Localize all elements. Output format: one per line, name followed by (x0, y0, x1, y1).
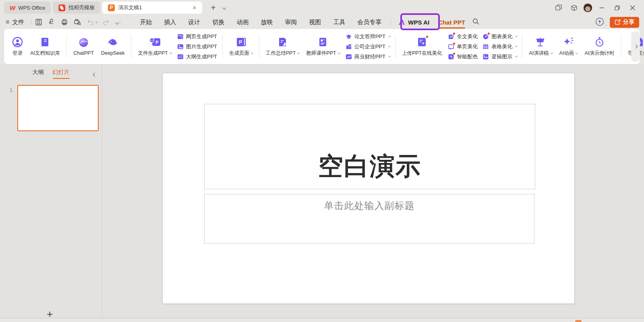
file-menu[interactable]: ≡ 文件 (6, 19, 28, 26)
tab-review[interactable]: 审阅 (279, 16, 303, 29)
ai-speech-button[interactable]: AI演讲稿 (526, 35, 555, 58)
generate-list: 网页生成PPT 图片生成PPT 1 大纲生成PPT (176, 33, 219, 60)
tab-transitions[interactable]: 切换 (206, 16, 230, 29)
group-scenario-ppt: 工作总结PPT 教师课件PPT 论文答辩PPT 公司企业PPT (259, 29, 395, 64)
divider (31, 19, 32, 26)
svg-text:P: P (239, 39, 242, 45)
tab-wps-ai[interactable]: WPS AI (394, 17, 433, 28)
wps-ai-logo-icon (398, 19, 406, 25)
business-finance-ppt-item[interactable]: 商业财经PPT (346, 53, 390, 60)
ai-countdown-button[interactable]: AI演示倒计时 (582, 35, 617, 58)
teacher-courseware-ppt-button[interactable]: 教师课件PPT (303, 35, 342, 58)
tab-slideshow[interactable]: 放映 (255, 16, 279, 29)
ribbon-scroll-right-button[interactable] (631, 31, 640, 62)
tab-wps-office[interactable]: W WPS Office (4, 2, 51, 14)
smart-color-palette-icon (448, 54, 454, 60)
web-generate-ppt-item[interactable]: 网页生成PPT (177, 33, 217, 40)
menubar-right: 分享 (595, 17, 644, 28)
title-placeholder[interactable]: 空白演示 (204, 104, 535, 189)
close-button[interactable] (626, 2, 638, 14)
image-generate-ppt-item[interactable]: 图片生成PPT (177, 43, 217, 50)
company-ppt-item[interactable]: 公司企业PPT (346, 43, 390, 50)
single-page-icon (448, 43, 454, 50)
status-bar-partial-icon (575, 320, 582, 322)
slide-panel-tabs: 大纲 幻灯片 (0, 69, 102, 79)
export-pdf-button[interactable] (48, 19, 55, 26)
ai-animation-button[interactable]: AI动画 (557, 35, 580, 58)
ribbon-chatppt: 登录 AI文档知识库 ChatPPT DeepSeek (4, 29, 640, 64)
tab-tools[interactable]: 工具 (327, 16, 351, 29)
chatppt-assistant-button[interactable]: ChatPPT (70, 35, 97, 58)
chevron-down-icon (297, 51, 300, 54)
smart-color-item[interactable]: 智能配色 (448, 53, 478, 60)
tab-list-chevron-icon[interactable] (222, 4, 225, 11)
search-icon[interactable] (472, 18, 479, 26)
deepseek-button[interactable]: DeepSeek (98, 35, 127, 58)
restore-button[interactable] (611, 2, 623, 14)
tab-presentation1[interactable]: P 演示文稿1 ✕ (102, 2, 202, 14)
new-tab-button[interactable]: + (209, 3, 217, 12)
stopwatch-icon (594, 37, 605, 47)
undo-chevron-icon (95, 20, 98, 23)
tab-chat-ppt[interactable]: Chat PPT (433, 17, 470, 28)
slide-thumbnail-1[interactable] (17, 85, 99, 131)
share-button[interactable]: 分享 (610, 17, 639, 28)
single-page-beautify-item[interactable]: 单页美化 (448, 43, 478, 50)
outline-generate-ppt-item[interactable]: 1 大纲生成PPT (177, 53, 217, 60)
slides-tab[interactable]: 幻灯片 (53, 69, 70, 79)
image-icon (177, 43, 184, 50)
ppt-doc-icon: P (108, 4, 115, 11)
beautify-list-2: 图表美化 表格美化 逻辑图示 (481, 33, 518, 60)
minimize-button[interactable] (596, 2, 608, 14)
browser-tabs: W WPS Office 找稻壳模板 P 演示文稿1 ✕ + (4, 2, 225, 14)
outline-tab[interactable]: 大纲 (33, 69, 44, 79)
docer-logo-icon (58, 4, 65, 11)
save-button[interactable] (35, 19, 42, 26)
person-icon (12, 37, 23, 47)
deepseek-whale-icon (108, 37, 118, 48)
tab-membership[interactable]: 会员专享 (351, 16, 387, 29)
group-account: 登录 AI文档知识库 (6, 29, 66, 64)
work-summary-ppt-button[interactable]: 工作总结PPT (263, 35, 302, 58)
slide-panel: 大纲 幻灯片 1 + (0, 64, 102, 318)
upload-ppt-beautify-button[interactable]: 上传PPT在线美化 (399, 35, 445, 58)
slide-canvas[interactable]: 空白演示 单击此处输入副标题 (162, 73, 575, 304)
table-beautify-item[interactable]: 表格美化 (482, 43, 517, 50)
workspace-switch-icon[interactable] (553, 2, 565, 14)
chevron-down-icon (388, 45, 391, 47)
widget-cube-icon[interactable] (568, 2, 580, 14)
tab-design[interactable]: 设计 (182, 16, 206, 29)
table-icon (482, 43, 489, 50)
cloud-upload-icon[interactable] (595, 17, 604, 27)
generate-page-button[interactable]: P 生成页面 (226, 35, 255, 58)
tab-docer-templates[interactable]: 找稻壳模板 (53, 2, 100, 14)
ai-doc-knowledge-button[interactable]: AI文档知识库 (27, 35, 63, 58)
chart-beautify-item[interactable]: 图表美化 (482, 33, 517, 40)
upload-beautify-icon (416, 37, 427, 47)
chatppt-sphere-icon (78, 37, 89, 48)
login-button[interactable]: 登录 (9, 35, 26, 58)
chevron-down-icon (169, 51, 172, 54)
subtitle-placeholder[interactable]: 单击此处输入副标题 (204, 194, 534, 244)
toolbar-options-chevron-icon[interactable] (115, 19, 118, 26)
courseware-doc-icon (317, 37, 328, 47)
redo-button[interactable] (103, 19, 110, 25)
thesis-defense-ppt-item[interactable]: 论文答辩PPT (346, 33, 390, 40)
print-button[interactable] (61, 19, 68, 26)
group-generate: P 文件生成PPT 网页生成PPT 图片生成PPT 1 大纲生成PPT (131, 29, 222, 64)
tab-view[interactable]: 视图 (303, 16, 327, 29)
logic-diagram-item[interactable]: 逻辑图示 (482, 53, 517, 60)
tab-insert[interactable]: 插入 (158, 16, 182, 29)
collapse-panel-icon[interactable] (93, 70, 96, 78)
group-ai-tools: AI演讲稿 AI动画 AI演示倒计时 (522, 29, 621, 64)
user-avatar[interactable] (583, 3, 592, 12)
fulltext-beautify-item[interactable]: 全文美化 (448, 33, 478, 40)
tab-label: WPS Office (18, 5, 45, 11)
tab-label: 找稻壳模板 (68, 4, 95, 11)
tab-close-icon[interactable]: ✕ (191, 4, 198, 12)
undo-button[interactable] (87, 19, 97, 25)
file-generate-ppt-button[interactable]: P 文件生成PPT (135, 35, 174, 58)
tab-home[interactable]: 开始 (134, 16, 158, 29)
tab-animation[interactable]: 动画 (230, 16, 255, 29)
print-preview-button[interactable] (74, 19, 81, 26)
